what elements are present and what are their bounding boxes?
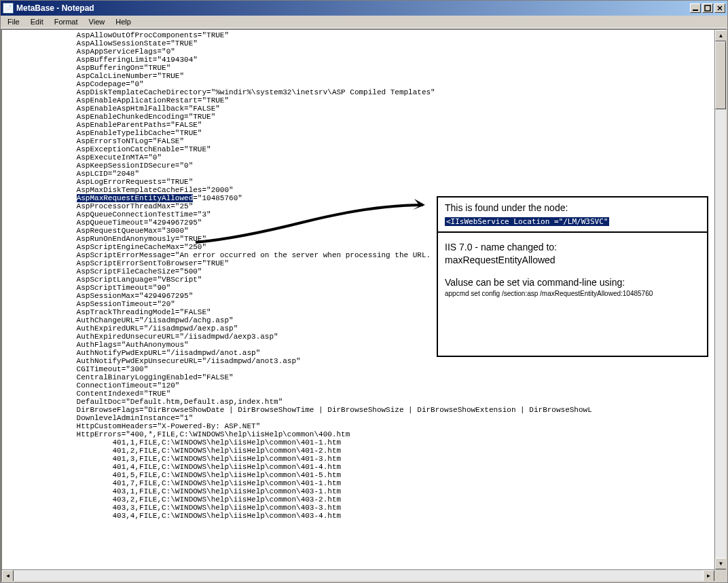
- horizontal-scrollbar[interactable]: ◄ ►: [2, 569, 714, 581]
- scroll-down-button[interactable]: ▼: [715, 558, 727, 569]
- callout2-line1: IIS 7.0 - name changed to:: [445, 241, 700, 254]
- titlebar[interactable]: 📄 MetaBase - Notepad: [1, 1, 727, 16]
- maximize-button[interactable]: [702, 3, 713, 13]
- app-icon: 📄: [3, 3, 14, 14]
- close-button[interactable]: [714, 3, 725, 13]
- notepad-window: 📄 MetaBase - Notepad File Edit Format Vi…: [0, 0, 728, 583]
- menu-file[interactable]: File: [2, 16, 25, 27]
- minimize-button[interactable]: [690, 3, 701, 13]
- scroll-up-button[interactable]: ▲: [715, 30, 727, 41]
- scroll-corner: [714, 569, 726, 581]
- callout-node-location: This is found under the node: <IIsWebSer…: [437, 196, 708, 233]
- menu-edit[interactable]: Edit: [25, 16, 49, 27]
- vertical-scrollbar[interactable]: ▲ ▼: [714, 30, 726, 569]
- menu-view[interactable]: View: [84, 16, 111, 27]
- svg-rect-0: [693, 10, 698, 11]
- callout2-command: appcmd set config /section:asp /maxReque…: [445, 289, 700, 299]
- window-title: MetaBase - Notepad: [16, 3, 690, 13]
- highlighted-selection: AspMaxRequestEntityAllowed: [77, 194, 194, 202]
- callout1-highlight: <IIsWebService Location ="/LM/W3SVC": [445, 217, 609, 226]
- scroll-left-button[interactable]: ◄: [2, 570, 14, 582]
- scroll-track-v[interactable]: [715, 41, 726, 558]
- content-area: AspAllowOutOfProcComponents="TRUE" AspAl…: [1, 29, 727, 582]
- callout-iis7-info: IIS 7.0 - name changed to: maxRequestEnt…: [437, 231, 708, 357]
- svg-rect-1: [705, 5, 710, 11]
- scroll-track-h[interactable]: [14, 570, 703, 581]
- menu-format[interactable]: Format: [49, 16, 84, 27]
- callout1-line1: This is found under the node:: [445, 202, 700, 214]
- scroll-right-button[interactable]: ►: [703, 570, 714, 582]
- callout2-line2: maxRequestEntityAllowed: [445, 254, 700, 267]
- scroll-thumb-v[interactable]: [715, 41, 726, 109]
- callout2-line3: Valuse can be set via command-line using…: [445, 276, 700, 289]
- menu-help[interactable]: Help: [110, 16, 136, 27]
- window-controls: [690, 3, 725, 13]
- menubar: File Edit Format View Help: [1, 16, 727, 29]
